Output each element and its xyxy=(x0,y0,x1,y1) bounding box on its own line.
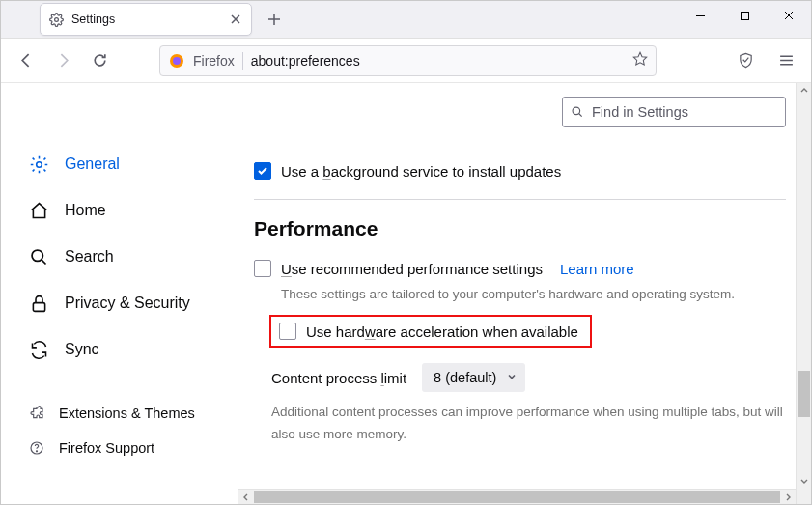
sidebar-item-general[interactable]: General xyxy=(28,141,238,187)
svg-rect-1 xyxy=(741,12,748,19)
checkbox-checked-icon[interactable] xyxy=(254,162,271,180)
bg-service-label: Use a background service to install upda… xyxy=(281,163,561,180)
svg-point-3 xyxy=(173,57,181,65)
search-icon xyxy=(571,105,584,119)
additional-note: Additional content processes can improve… xyxy=(271,402,786,446)
bookmark-star-icon[interactable] xyxy=(632,51,648,70)
section-divider xyxy=(254,199,786,200)
svg-point-10 xyxy=(573,107,580,115)
learn-more-link[interactable]: Learn more xyxy=(560,261,634,277)
firefox-icon xyxy=(168,52,185,70)
search-placeholder: Find in Settings xyxy=(592,104,688,120)
browser-tab[interactable]: Settings xyxy=(40,3,252,36)
sidebar-firefox-support[interactable]: Firefox Support xyxy=(28,431,238,465)
urlbar-brand: Firefox xyxy=(193,53,235,69)
sidebar-item-privacy[interactable]: Privacy & Security xyxy=(28,280,238,326)
sidebar-item-home[interactable]: Home xyxy=(28,187,238,234)
content-process-limit-row: Content process limit 8 (default) xyxy=(271,363,786,392)
maximize-button[interactable] xyxy=(722,1,767,30)
lock-icon xyxy=(28,293,49,314)
browser-toolbar: Firefox about:preferences xyxy=(1,39,811,83)
hw-accel-highlight: Use hardware acceleration when available xyxy=(269,315,592,348)
chevron-down-icon xyxy=(506,370,518,385)
new-tab-button[interactable] xyxy=(260,5,289,34)
scroll-right-arrow-icon[interactable] xyxy=(780,490,796,505)
svg-rect-7 xyxy=(33,302,44,311)
home-icon xyxy=(28,200,49,221)
categories-sidebar: General Home Search Privacy & Security xyxy=(1,83,238,489)
checkbox-unchecked-icon[interactable] xyxy=(279,323,296,340)
sidebar-extensions-themes[interactable]: Extensions & Themes xyxy=(28,396,238,431)
checkbox-unchecked-icon[interactable] xyxy=(254,260,271,277)
sidebar-item-label: Sync xyxy=(65,341,99,358)
content-area: General Home Search Privacy & Security xyxy=(1,83,811,504)
sidebar-item-search[interactable]: Search xyxy=(28,234,238,280)
puzzle-icon xyxy=(28,405,45,422)
gear-icon xyxy=(28,154,49,175)
gear-icon xyxy=(48,12,64,27)
back-button[interactable] xyxy=(11,45,42,76)
urlbar-address: about:preferences xyxy=(251,53,625,69)
svg-point-5 xyxy=(36,161,42,167)
shield-icon[interactable] xyxy=(730,45,761,76)
sidebar-item-label: General xyxy=(65,155,120,173)
performance-heading: Performance xyxy=(254,217,786,240)
footer-item-label: Extensions & Themes xyxy=(59,406,195,421)
recommended-settings-row[interactable]: Use recommended performance settings Lea… xyxy=(254,260,786,277)
content-process-label: Content process limit xyxy=(271,370,406,386)
app-menu-button[interactable] xyxy=(770,45,801,76)
close-window-button[interactable] xyxy=(767,1,811,30)
window-controls xyxy=(678,1,811,30)
sidebar-item-label: Privacy & Security xyxy=(65,295,190,312)
sidebar-item-label: Search xyxy=(65,248,114,266)
reload-button[interactable] xyxy=(84,45,115,76)
recommended-label: Use recommended performance settings xyxy=(281,261,543,277)
minimize-button[interactable] xyxy=(678,1,722,30)
svg-marker-4 xyxy=(633,52,646,65)
hw-accel-label[interactable]: Use hardware acceleration when available xyxy=(306,323,578,340)
vertical-scroll-thumb[interactable] xyxy=(798,371,810,417)
scroll-up-arrow-icon[interactable] xyxy=(797,83,812,98)
help-icon xyxy=(28,439,45,457)
horizontal-scrollbar[interactable] xyxy=(238,489,796,504)
scroll-left-arrow-icon[interactable] xyxy=(238,490,254,505)
select-value: 8 (default) xyxy=(434,370,496,385)
settings-search-input[interactable]: Find in Settings xyxy=(562,97,786,127)
tab-title: Settings xyxy=(71,13,220,26)
vertical-scrollbar[interactable] xyxy=(796,83,811,504)
url-bar[interactable]: Firefox about:preferences xyxy=(159,45,657,76)
search-icon xyxy=(28,246,49,267)
close-tab-icon[interactable] xyxy=(228,12,243,27)
bg-service-checkbox-row[interactable]: Use a background service to install upda… xyxy=(254,162,786,180)
tailored-note: These settings are tailored to your comp… xyxy=(281,287,786,301)
svg-point-6 xyxy=(32,250,42,261)
svg-point-0 xyxy=(54,17,58,21)
scroll-down-arrow-icon[interactable] xyxy=(797,473,812,489)
forward-button[interactable] xyxy=(47,45,78,76)
footer-item-label: Firefox Support xyxy=(59,440,154,456)
sync-icon xyxy=(28,339,49,360)
horizontal-scroll-thumb[interactable] xyxy=(254,491,780,503)
main-pane: Find in Settings Use a background servic… xyxy=(238,83,796,489)
svg-point-9 xyxy=(36,451,37,452)
content-process-select[interactable]: 8 (default) xyxy=(422,363,525,392)
sidebar-item-label: Home xyxy=(65,202,106,219)
urlbar-divider xyxy=(242,52,243,70)
titlebar: Settings xyxy=(1,1,811,39)
sidebar-item-sync[interactable]: Sync xyxy=(28,326,238,373)
